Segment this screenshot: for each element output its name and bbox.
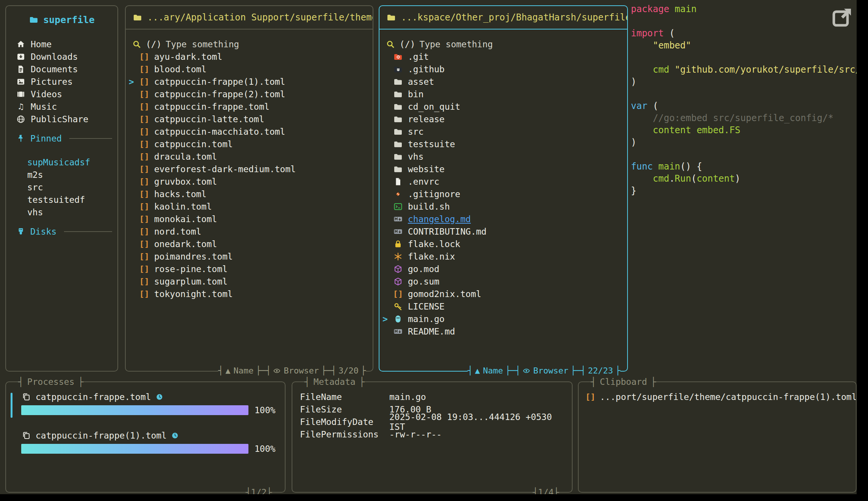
panel-footer: ┤ ▲Name ├─┤ Browser ├─┤ 3/20 ├	[218, 365, 366, 377]
file-row[interactable]: []poimandres.toml	[126, 250, 373, 263]
sort-toggle[interactable]: ▲Name	[473, 365, 505, 377]
file-row[interactable]: []catppuccin.toml	[126, 138, 373, 150]
code-line: func main() {	[631, 160, 857, 173]
file-row[interactable]: []catppuccin-macchiato.toml	[126, 125, 373, 138]
pinned-item-label: src	[27, 182, 43, 192]
progress-percent: 100%	[254, 405, 275, 415]
file-row[interactable]: []catppuccin-frappe.toml	[126, 100, 373, 113]
search-bar[interactable]: (/) Type something	[126, 38, 373, 50]
toml-icon: []	[139, 277, 149, 286]
file-row[interactable]: website	[379, 163, 627, 175]
pinned-item-vhs[interactable]: vhs	[6, 206, 117, 218]
code-token: }	[631, 185, 636, 196]
sidebar-item-pictures[interactable]: Pictures	[6, 75, 117, 88]
sidebar-item-label: Videos	[31, 89, 62, 99]
file-row[interactable]: .envrc	[379, 175, 627, 188]
clipboard-item[interactable]: []...port/superfile/theme/catppuccin-fra…	[579, 391, 856, 403]
folder-icon	[386, 12, 396, 22]
pinned-item-supmusicadsf[interactable]: supMusicadsf	[6, 156, 117, 168]
file-row[interactable]: go.mod	[379, 263, 627, 275]
file-row[interactable]: src	[379, 125, 627, 138]
file-row[interactable]: asset	[379, 75, 627, 88]
mode-toggle[interactable]: Browser	[520, 365, 571, 377]
file-row[interactable]: >[]catppuccin-frappe(1).toml	[126, 75, 373, 88]
file-row[interactable]: CONTRIBUTING.md	[379, 225, 627, 238]
file-name: .git	[408, 52, 429, 62]
file-row[interactable]: []kaolin.toml	[126, 200, 373, 213]
file-preview-main-go: package main import ( "embed" cmd "githu…	[631, 3, 857, 378]
music-icon: ♫	[16, 102, 26, 112]
sidebar-item-videos[interactable]: Videos	[6, 88, 117, 100]
metadata-key: FileSize	[300, 405, 389, 414]
file-row[interactable]: flake.nix	[379, 250, 627, 263]
file-row[interactable]: changelog.md	[379, 213, 627, 225]
file-row[interactable]: []catppuccin-latte.toml	[126, 113, 373, 125]
process-item[interactable]: catppuccin-frappe.toml100%	[6, 391, 285, 415]
file-row[interactable]: []nord.toml	[126, 225, 373, 238]
file-row[interactable]: []catppuccin-frappe(2).toml	[126, 88, 373, 100]
border-bracket: ├	[267, 486, 272, 494]
process-item[interactable]: catppuccin-frappe(1).toml100%	[6, 429, 285, 454]
file-name: catppuccin.toml	[154, 139, 233, 149]
file-row[interactable]: []gruvbox.toml	[126, 175, 373, 188]
file-row[interactable]: []dracula.toml	[126, 150, 373, 163]
border-bracket: ├─┤	[256, 365, 271, 377]
file-row[interactable]: go.sum	[379, 275, 627, 288]
file-name: dracula.toml	[154, 152, 217, 162]
lock-icon	[393, 239, 403, 249]
panel-path-header[interactable]: ...ary/Application Support/superfile/the…	[126, 6, 373, 30]
file-name: kaolin.toml	[154, 202, 212, 212]
page-count: 1/2	[251, 486, 267, 494]
file-row[interactable]: flake.lock	[379, 238, 627, 250]
sidebar-item-music[interactable]: ♫Music	[6, 100, 117, 113]
sort-toggle[interactable]: ▲Name	[223, 365, 256, 377]
file-row[interactable]: []onedark.toml	[126, 238, 373, 250]
pinned-item-testsuitedf[interactable]: testsuitedf	[6, 193, 117, 206]
file-row[interactable]: release	[379, 113, 627, 125]
file-row[interactable]: []gomod2nix.toml	[379, 288, 627, 300]
file-name: .envrc	[408, 177, 439, 187]
file-row[interactable]: []hacks.toml	[126, 188, 373, 200]
file-row[interactable]: >main.go	[379, 313, 627, 325]
terminal-screen: { "chrome": { "cursor": ">", "bl": "┤", …	[0, 0, 868, 501]
gitfolder-icon	[393, 52, 403, 62]
folder-icon	[393, 152, 403, 162]
file-row[interactable]: bin	[379, 88, 627, 100]
download-icon	[16, 52, 26, 62]
external-link-icon[interactable]	[831, 5, 854, 29]
file-row[interactable]: .github	[379, 63, 627, 75]
pinned-item-src[interactable]: src	[6, 181, 117, 193]
panel-path-header[interactable]: ...kspace/Other_proj/BhagatHarsh/superfi…	[379, 6, 627, 30]
file-row[interactable]: testsuite	[379, 138, 627, 150]
file-row[interactable]: LICENSE	[379, 300, 627, 313]
search-bar[interactable]: (/) Type something	[379, 38, 627, 50]
metadata-page-indicator: ┤ 1/4 ├	[533, 486, 559, 494]
file-row[interactable]: []blood.toml	[126, 63, 373, 75]
file-row[interactable]: []sugarplum.toml	[126, 275, 373, 288]
file-row[interactable]: README.md	[379, 325, 627, 338]
file-row[interactable]: []everforest-dark-medium.toml	[126, 163, 373, 175]
mode-toggle[interactable]: Browser	[271, 365, 321, 377]
file-row[interactable]: cd_on_quit	[379, 100, 627, 113]
sidebar-item-home[interactable]: Home	[6, 38, 117, 50]
file-row[interactable]: .git	[379, 50, 627, 63]
metadata-title: ┤ Metadata ├	[304, 376, 365, 388]
file-name: catppuccin-latte.toml	[154, 114, 264, 124]
file-row[interactable]: []rose-pine.toml	[126, 263, 373, 275]
file-row[interactable]: vhs	[379, 150, 627, 163]
file-row[interactable]: []monokai.toml	[126, 213, 373, 225]
file-row[interactable]: .gitignore	[379, 188, 627, 200]
file-row[interactable]: build.sh	[379, 200, 627, 213]
doc-icon	[16, 64, 26, 74]
code-token: (	[664, 28, 675, 39]
file-row[interactable]: []ayu-dark.toml	[126, 50, 373, 63]
sidebar-item-publicshare[interactable]: PublicShare	[6, 113, 117, 125]
code-token: .	[669, 173, 674, 184]
code-token: "github.com/yorukot/superfile/src/cm	[675, 64, 857, 75]
toml-icon: []	[139, 164, 149, 174]
progress-bar	[21, 444, 248, 454]
sidebar-item-documents[interactable]: Documents	[6, 63, 117, 75]
pinned-item-m2s[interactable]: m2s	[6, 168, 117, 181]
sidebar-item-downloads[interactable]: Downloads	[6, 50, 117, 63]
file-row[interactable]: []tokyonight.toml	[126, 288, 373, 300]
